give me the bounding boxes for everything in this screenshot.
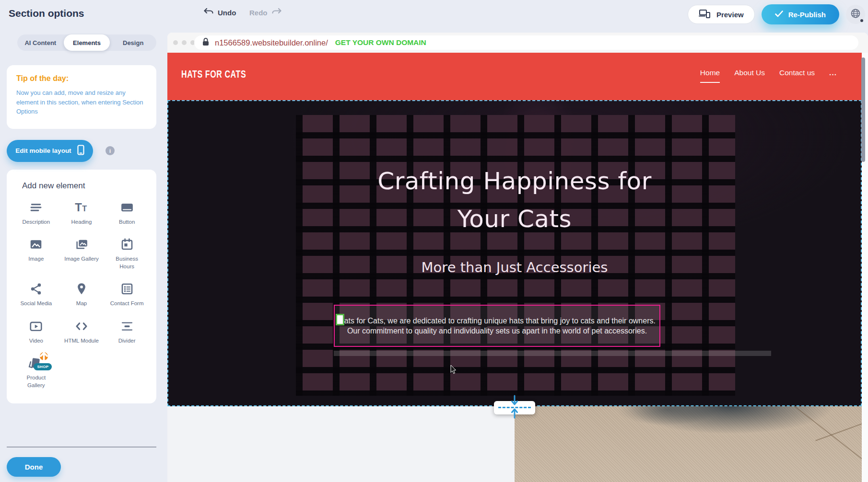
site-url: n1566589.websitebuilder.online/ <box>215 38 328 47</box>
contact-form-icon <box>120 282 134 296</box>
republish-button[interactable]: Re-Publish <box>762 4 839 24</box>
element-heading[interactable]: TT Heading <box>59 200 105 226</box>
map-icon <box>74 282 89 296</box>
page-title: Section options <box>9 8 84 19</box>
nav-more[interactable]: ... <box>829 69 837 82</box>
element-image[interactable]: Image <box>13 237 59 270</box>
site-nav: Home About Us Contact us ... <box>700 69 837 83</box>
globe-icon <box>850 8 861 21</box>
app: Section options Undo Redo Preview Re-Pub… <box>0 0 868 482</box>
add-element-title: Add new element <box>22 181 150 191</box>
element-divider[interactable]: Divider <box>104 319 150 345</box>
hero-subheading: More than Just Accessories <box>168 259 861 275</box>
topbar-actions: Preview Re-Publish <box>688 4 865 24</box>
republish-label: Re-Publish <box>788 11 826 19</box>
element-image-gallery[interactable]: Image Gallery <box>59 237 105 270</box>
devices-icon <box>699 9 711 20</box>
element-map[interactable]: Map <box>59 282 105 308</box>
hero-body-line1: Hats for Cats, we are dedicated to craft… <box>335 316 659 326</box>
tab-elements[interactable]: Elements <box>64 34 110 51</box>
description-icon <box>29 200 43 215</box>
element-button[interactable]: Button <box>104 200 150 226</box>
svg-text:T: T <box>75 200 82 213</box>
section-resize-handle[interactable] <box>494 401 535 414</box>
element-video[interactable]: Video <box>13 319 59 345</box>
element-social-media[interactable]: Social Media <box>13 282 59 308</box>
social-media-icon <box>29 282 43 296</box>
lock-icon <box>202 37 210 48</box>
element-description[interactable]: Description <box>13 200 59 226</box>
preview-button[interactable]: Preview <box>688 5 755 24</box>
browser-chrome: n1566589.websitebuilder.online/ GET YOUR… <box>167 33 868 53</box>
product-gallery-icon: SHOP <box>28 356 44 370</box>
notification-dot <box>860 19 863 22</box>
tip-body: Now you can add, move and resize any ele… <box>16 88 147 116</box>
hero-heading: Crafting Happiness for Your Cats <box>168 162 861 238</box>
check-icon <box>775 11 783 19</box>
tab-ai-content[interactable]: AI Content <box>17 34 64 51</box>
get-domain-link[interactable]: GET YOUR OWN DOMAIN <box>335 38 426 47</box>
scrollbar-thumb[interactable] <box>861 57 865 162</box>
element-grid: Description TT Heading Button Image Imag… <box>13 200 150 390</box>
drop-indicator <box>334 351 771 356</box>
heading-icon: TT <box>74 200 89 215</box>
image-icon <box>29 237 43 252</box>
redo-icon <box>271 8 282 18</box>
html-module-icon <box>74 319 89 333</box>
undo-button[interactable]: Undo <box>203 8 236 18</box>
language-globe-button[interactable] <box>846 5 865 24</box>
hero-section-selected[interactable]: Crafting Happiness for Your Cats More th… <box>167 100 862 406</box>
nav-contact-us[interactable]: Contact us <box>779 69 815 82</box>
tip-title: Tip of the day: <box>16 74 147 83</box>
section-options-panel: AI Content Elements Design Tip of the da… <box>7 34 156 403</box>
tile-seam <box>780 406 862 482</box>
hero-body-line2: Our commitment to quality and individual… <box>335 326 659 336</box>
done-button[interactable]: Done <box>7 457 61 477</box>
nav-home[interactable]: Home <box>700 69 720 83</box>
undo-icon <box>203 8 214 18</box>
svg-text:T: T <box>82 204 87 212</box>
drag-handle[interactable] <box>336 314 344 325</box>
element-product-gallery[interactable]: SHOP Product Gallery <box>13 356 59 389</box>
preview-label: Preview <box>716 11 744 19</box>
divider-icon <box>120 319 134 333</box>
redo-label: Redo <box>249 9 268 17</box>
tip-of-the-day-card: Tip of the day: Now you can add, move an… <box>7 65 156 129</box>
phone-icon <box>77 145 84 157</box>
edit-mobile-layout-label: Edit mobile layout <box>15 147 71 154</box>
panel-tabs: AI Content Elements Design <box>17 34 156 51</box>
info-icon[interactable]: i <box>106 146 115 155</box>
add-new-element-card: Add new element Description TT Heading B… <box>7 170 156 404</box>
image-gallery-icon <box>74 237 89 252</box>
arrow-up-icon <box>510 407 519 421</box>
shop-badge: SHOP <box>34 363 52 370</box>
redo-button[interactable]: Redo <box>249 8 282 18</box>
element-business-hours[interactable]: Business Hours <box>104 237 150 270</box>
arrow-down-icon <box>510 395 519 408</box>
window-dots <box>173 40 195 45</box>
selected-text-element[interactable]: Hats for Cats, we are dedicated to craft… <box>334 305 660 347</box>
element-contact-form[interactable]: Contact Form <box>104 282 150 308</box>
tile-seam <box>815 406 862 441</box>
address-bar[interactable]: n1566589.websitebuilder.online/ GET YOUR… <box>194 35 858 50</box>
site-header: HATS FOR CATS Home About Us Contact us .… <box>167 53 862 100</box>
button-icon <box>120 200 134 215</box>
site-canvas: HATS FOR CATS Home About Us Contact us .… <box>167 53 868 482</box>
edit-mobile-layout-button[interactable]: Edit mobile layout <box>7 140 93 162</box>
browser-window: n1566589.websitebuilder.online/ GET YOUR… <box>167 33 868 482</box>
upgrade-arrow-icon <box>40 352 48 360</box>
sidebar-divider <box>7 447 156 448</box>
site-logo: HATS FOR CATS <box>181 69 246 80</box>
tab-design[interactable]: Design <box>110 34 156 51</box>
business-hours-icon <box>120 237 134 252</box>
video-icon <box>29 319 43 333</box>
element-html-module[interactable]: HTML Module <box>59 319 105 345</box>
floor-photo <box>515 406 862 482</box>
undo-label: Undo <box>218 9 236 17</box>
nav-about-us[interactable]: About Us <box>734 69 765 82</box>
